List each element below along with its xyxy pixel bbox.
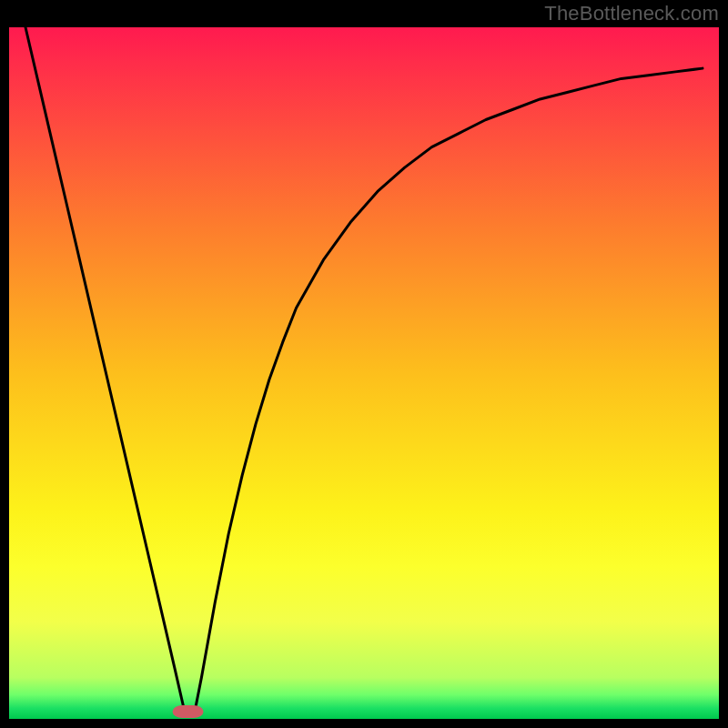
minimum-marker [173,705,204,718]
chart-frame: TheBottleneck.com [0,0,728,728]
plot-background [9,27,719,719]
attribution-label: TheBottleneck.com [544,2,719,25]
bottleneck-chart [0,0,728,728]
